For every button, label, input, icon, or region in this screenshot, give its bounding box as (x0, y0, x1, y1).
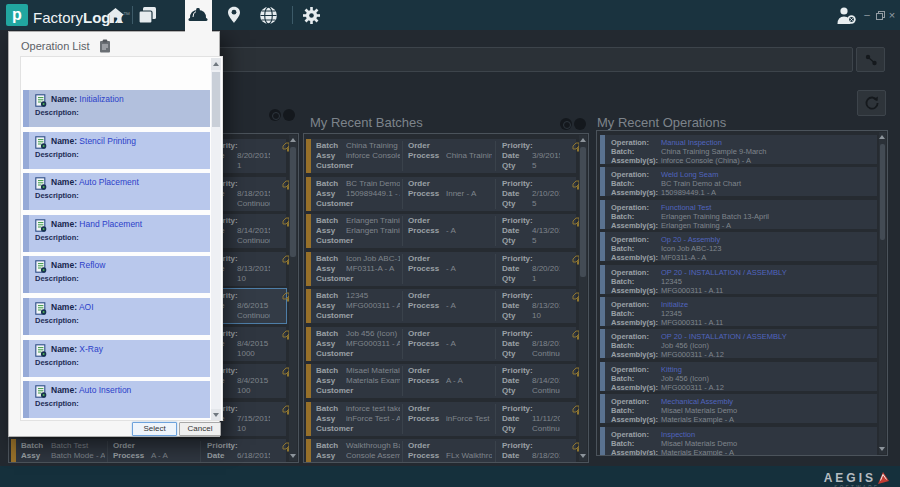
left-scrollbar[interactable] (289, 135, 297, 461)
operation-label: Operation: (611, 300, 661, 309)
close-button[interactable]: × (885, 8, 899, 22)
operation-list-item[interactable]: Name: Auto PlacementDescription: (23, 173, 210, 210)
operation-card[interactable]: Operation:OP 20 - INSTALLATION / ASSEMBL… (600, 265, 877, 294)
operation-card[interactable]: Operation:InspectionBatch:Misael Materia… (600, 427, 877, 456)
factorylogix-window: p FactoryLogix™ – × (0, 0, 900, 487)
operation-card[interactable]: Operation:InitializeBatch:12345Assembly(… (600, 297, 877, 326)
operation-link[interactable]: Functional Test (661, 203, 711, 212)
process-label: Process (408, 414, 446, 424)
op-batch-label: Batch: (611, 179, 661, 188)
batch-card-stripe (306, 439, 311, 463)
operation-label: Operation: (611, 170, 661, 179)
location-pin-icon[interactable] (220, 0, 248, 30)
batch-card[interactable]: Batchinforce test take 2AssyinForce Test… (306, 402, 576, 436)
layers-icon[interactable] (133, 0, 161, 30)
refresh-icon[interactable] (857, 90, 886, 116)
batches-scrollbar[interactable] (579, 135, 587, 461)
share-dots-icon[interactable] (856, 47, 885, 72)
operation-list-item[interactable]: Name: ReflowDescription: (23, 256, 210, 293)
operation-list-item[interactable]: Name: AOIDescription: (23, 298, 210, 335)
op-batch-value: BC Train Demo at Chart (661, 179, 741, 188)
cancel-button[interactable]: Cancel (179, 422, 221, 436)
date-label: Date (502, 376, 532, 386)
operation-link[interactable]: Manual Inspection (661, 138, 722, 147)
batch-label: Batch (316, 404, 346, 414)
batch-card[interactable]: BatchBC Train Demo at ChartAssy150989449… (306, 177, 576, 211)
batch-card[interactable]: BatchBatch TestAssyBatch Mode - ACustome… (11, 439, 286, 463)
operation-card[interactable]: Operation:Mechanical AssemblyBatch:Misae… (600, 394, 877, 423)
op-assembly-label: Assembly(s): (611, 286, 661, 295)
op-assembly-value: MFG000311 - A.12 (661, 383, 724, 392)
panel-gear-dot-icon[interactable] (560, 118, 572, 130)
assy-label: Assy (316, 339, 346, 349)
home-icon[interactable] (101, 0, 129, 30)
popup-scrollbar[interactable] (211, 58, 221, 421)
operation-link[interactable]: Op 20 - Assembly (661, 235, 720, 244)
batch-card-stripe (306, 177, 311, 211)
operation-link[interactable]: Initialize (661, 300, 688, 309)
user-icon[interactable] (834, 0, 858, 30)
batch-value: Job 456 (Icon) (346, 329, 397, 338)
batch-card[interactable]: BatchErlangen Training Batch 1...AssyErl… (306, 214, 576, 248)
operation-card[interactable]: Operation:Functional TestBatch:Erlangen … (600, 200, 877, 229)
operation-card[interactable]: Operation:Manual InspectionBatch:China T… (600, 135, 877, 164)
batch-card-stripe (306, 139, 311, 173)
operation-link[interactable]: Weld Long Seam (661, 170, 718, 179)
op-assembly-value: MFG000311 - A.11 (661, 318, 723, 327)
batch-card[interactable]: Batch12345AssyMFG000311 - A.11CustomerOr… (306, 289, 576, 323)
op-assembly-value: MF0311-A - A (661, 253, 706, 262)
order-label: Order (408, 254, 430, 263)
panel-gear-dot-icon[interactable] (269, 109, 281, 121)
qty-label: Qty (207, 461, 237, 463)
panel-dot-icon[interactable] (283, 109, 295, 121)
operation-link[interactable]: OP 20 - INSTALLATION / ASSEMBLY (661, 268, 787, 277)
process-value: - A (446, 264, 456, 273)
operation-list-item[interactable]: Name: Stencil PrintingDescription: (23, 132, 210, 169)
batch-card[interactable]: BatchIcon Job ABC-123AssyMF0311-A - ACus… (306, 252, 576, 286)
operation-card[interactable]: Operation:KittingBatch:Job 456 (Icon)Ass… (600, 362, 877, 391)
operation-list-item[interactable]: Name: Auto InsertionDescription: (23, 381, 210, 418)
operation-card[interactable]: Operation:Weld Long SeamBatch:BC Train D… (600, 167, 877, 196)
order-label: Order (408, 441, 430, 450)
operation-card[interactable]: Operation:Op 20 - AssemblyBatch:Icon Job… (600, 232, 877, 261)
description-label: Description: (35, 274, 79, 283)
gear-icon[interactable] (297, 0, 325, 30)
date-value: 8/18/2014 (532, 451, 560, 460)
operation-card-stripe (600, 394, 605, 423)
op-batch-value: 12345 (661, 277, 682, 286)
select-button[interactable]: Select (132, 422, 177, 436)
operation-list-item[interactable]: Name: Hand PlacementDescription: (23, 215, 210, 252)
operation-label: Operation: (611, 235, 661, 244)
batch-card[interactable]: BatchWalkthrough Batch Sam...AssyConsole… (306, 439, 576, 463)
qty-label: Qty (502, 161, 532, 171)
qty-label: Qty (502, 199, 532, 209)
operation-label: Operation: (611, 332, 661, 341)
operation-card[interactable]: Operation:OP 20 - INSTALLATION / ASSEMBL… (600, 329, 877, 358)
globe-icon[interactable] (254, 0, 282, 30)
operation-label: Operation: (611, 203, 661, 212)
date-label: Date (502, 189, 532, 199)
date-label: Date (502, 301, 532, 311)
process-value: - A (446, 301, 456, 310)
operation-link[interactable]: Mechanical Assembly (661, 397, 733, 406)
minimize-button[interactable]: – (860, 8, 874, 22)
operation-card-stripe (600, 265, 605, 294)
operation-card-stripe (600, 329, 605, 358)
operation-link[interactable]: Inspection (661, 430, 695, 439)
assy-label: Assy (316, 189, 346, 199)
batch-card[interactable]: BatchMisael Materials DemoAssyMaterials … (306, 364, 576, 398)
operation-link[interactable]: OP 20 - INSTALLATION / ASSEMBLY (661, 332, 787, 341)
hardhat-icon[interactable] (184, 0, 212, 30)
panel-dot-icon[interactable] (574, 118, 586, 130)
batch-card[interactable]: BatchChina Training Sample 9-...Assyinfo… (306, 139, 576, 173)
op-batch-label: Batch: (611, 147, 661, 156)
operation-list-item[interactable]: Name: X-RayDescription: (23, 340, 210, 377)
operations-scrollbar[interactable] (879, 132, 886, 454)
operation-label: Operation: (611, 268, 661, 277)
batch-card-stripe (306, 327, 311, 361)
operation-list-item[interactable]: Name: InitializationDescription: (23, 90, 210, 127)
customer-label: Customer (316, 161, 353, 170)
date-label: Date (207, 451, 237, 461)
batch-card[interactable]: BatchJob 456 (Icon)AssyMFG000311 - A.12C… (306, 327, 576, 361)
operation-link[interactable]: Kitting (661, 365, 682, 374)
